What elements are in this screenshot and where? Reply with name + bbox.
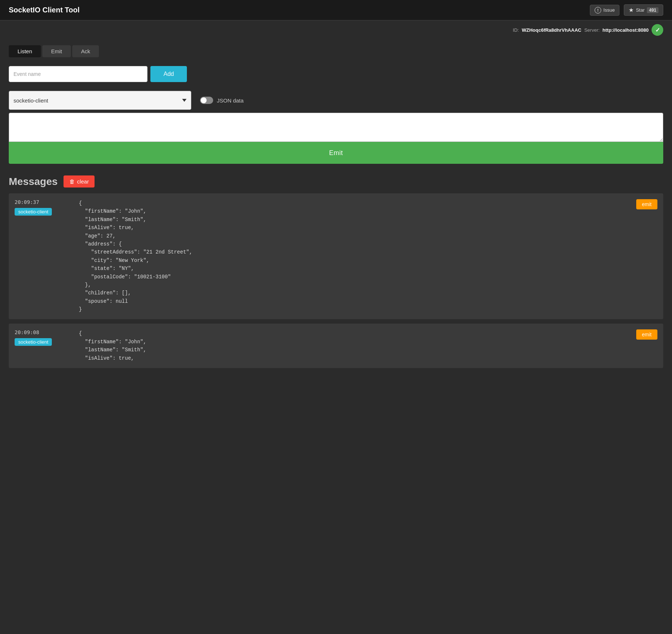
- toggle-knob: [201, 97, 207, 103]
- tab-ack[interactable]: Ack: [72, 45, 99, 57]
- message-channel-badge: socketio-client: [15, 208, 52, 216]
- messages-header: Messages 🗑 clear: [9, 175, 663, 188]
- message-emit-button[interactable]: emit: [636, 199, 657, 209]
- event-name-row: Add: [9, 66, 663, 82]
- message-textarea[interactable]: [9, 113, 663, 142]
- json-data-toggle[interactable]: [200, 97, 213, 104]
- issue-button[interactable]: ! Issue: [590, 5, 619, 16]
- message-body: { "firstName": "John", "lastName": "Smit…: [79, 329, 630, 362]
- messages-title: Messages: [9, 176, 58, 188]
- json-data-label: JSON data: [217, 97, 243, 104]
- connection-status-icon: ✓: [652, 24, 663, 36]
- app-header: SocketIO Client Tool ! Issue ★ Star 491: [0, 0, 672, 20]
- message-card: 20:09:08 socketio-client { "firstName": …: [9, 324, 663, 368]
- message-meta: 20:09:08 socketio-client: [15, 329, 73, 362]
- star-button[interactable]: ★ Star 491: [624, 4, 663, 16]
- add-event-button[interactable]: Add: [150, 66, 187, 82]
- main-content: Listen Emit Ack Add socketio-client JSON…: [0, 39, 672, 378]
- message-emit-button[interactable]: emit: [636, 329, 657, 340]
- channel-row: socketio-client JSON data: [9, 91, 663, 110]
- server-url: http://localhost:8080: [603, 27, 649, 33]
- server-label: Server:: [584, 27, 600, 33]
- emit-button[interactable]: Emit: [9, 142, 663, 164]
- github-icon: ★: [629, 7, 634, 13]
- star-count: 491: [647, 7, 658, 13]
- message-time: 20:09:37: [15, 199, 73, 205]
- connection-id: WZHoqc6fRa8dhrVhAAAC: [522, 27, 581, 33]
- emit-section: socketio-client JSON data Emit: [9, 91, 663, 164]
- tab-emit[interactable]: Emit: [42, 45, 71, 57]
- message-card: 20:09:37 socketio-client { "firstName": …: [9, 193, 663, 319]
- tab-bar: Listen Emit Ack: [9, 45, 663, 57]
- messages-section: Messages 🗑 clear 20:09:37 socketio-clien…: [9, 175, 663, 368]
- channel-select[interactable]: socketio-client: [9, 91, 191, 110]
- event-name-input[interactable]: [9, 66, 147, 82]
- header-actions: ! Issue ★ Star 491: [590, 4, 663, 16]
- json-toggle-row: JSON data: [200, 97, 243, 104]
- issue-icon: !: [595, 7, 601, 13]
- id-label: ID:: [513, 27, 519, 33]
- clear-messages-button[interactable]: 🗑 clear: [64, 175, 95, 188]
- message-meta: 20:09:37 socketio-client: [15, 199, 73, 313]
- app-title: SocketIO Client Tool: [9, 6, 80, 14]
- connection-bar: ID: WZHoqc6fRa8dhrVhAAAC Server: http://…: [0, 20, 672, 39]
- message-time: 20:09:08: [15, 329, 73, 335]
- message-channel-badge: socketio-client: [15, 338, 52, 346]
- trash-icon: 🗑: [69, 178, 75, 185]
- tab-listen[interactable]: Listen: [9, 45, 41, 57]
- message-body: { "firstName": "John", "lastName": "Smit…: [79, 199, 630, 313]
